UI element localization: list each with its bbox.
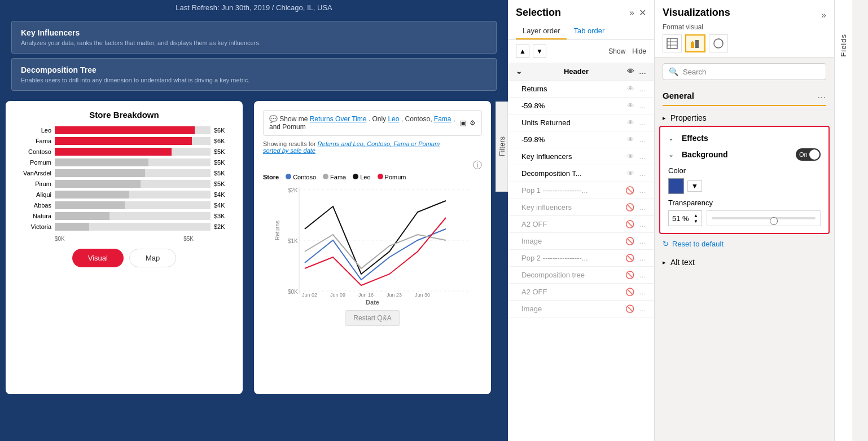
color-dropdown-button[interactable]: ▼ <box>687 180 702 192</box>
bar-fill <box>55 137 192 145</box>
stepper-down-icon[interactable]: ▼ <box>694 219 698 224</box>
bar-container <box>55 223 211 231</box>
stepper-up-icon[interactable]: ▲ <box>694 213 698 218</box>
visibility-hidden-icon[interactable]: 🚫 <box>625 237 634 245</box>
qa-link-leo[interactable]: Leo <box>388 115 399 123</box>
list-item-a2off-2[interactable]: A2 OFF 🚫 … <box>508 284 654 301</box>
svg-text:Returns: Returns <box>274 220 280 240</box>
qa-link-returns[interactable]: Returns Over Time <box>310 115 367 123</box>
item-icons: 🚫 … <box>625 237 646 245</box>
bar-label: VanArsdel <box>15 170 51 177</box>
search-input[interactable] <box>683 68 820 76</box>
list-item-decomposition-tree[interactable]: Decomposition tree 🚫 … <box>508 267 654 284</box>
hide-button[interactable]: Hide <box>632 47 646 55</box>
expand-icon[interactable]: » <box>629 8 634 18</box>
show-button[interactable]: Show <box>608 47 625 55</box>
bar-container <box>55 126 211 134</box>
list-item-59-1[interactable]: -59.8% 👁 … <box>508 98 654 114</box>
visual-tab[interactable]: Visual <box>72 249 124 267</box>
decomposition-tree-option[interactable]: Decomposition Tree Enables users to dril… <box>11 58 497 91</box>
settings-icon[interactable]: ⚙ <box>470 119 476 127</box>
qa-link-fama[interactable]: Fama <box>434 115 451 123</box>
close-icon[interactable]: ✕ <box>639 7 646 18</box>
list-item-key-influencers-2[interactable]: Key influencers 🚫 … <box>508 199 654 216</box>
move-up-button[interactable]: ▲ <box>516 45 529 58</box>
qa-icons: ▣ ⚙ <box>460 119 476 127</box>
fields-panel[interactable]: Fields <box>834 0 852 441</box>
alt-text-expand[interactable]: ▸ Alt text <box>655 254 834 270</box>
map-tab[interactable]: Map <box>129 249 176 267</box>
effects-header[interactable]: ⌄ Effects <box>665 131 824 145</box>
more-icon[interactable]: … <box>639 135 646 144</box>
tab-tab-order[interactable]: Tab order <box>567 23 611 39</box>
background-toggle[interactable]: On <box>796 148 821 161</box>
chevron-down-icon: ⌄ <box>668 134 674 142</box>
copy-icon[interactable]: ▣ <box>460 119 466 127</box>
color-swatch[interactable] <box>668 178 684 194</box>
general-more-icon[interactable]: … <box>817 90 826 100</box>
toggle-on-label: On <box>799 151 808 158</box>
properties-expand[interactable]: ▸ Properties <box>655 109 834 126</box>
more-icon[interactable]: … <box>639 169 646 178</box>
tab-layer-order[interactable]: Layer order <box>516 23 567 39</box>
more-icon[interactable]: … <box>639 288 646 296</box>
more-icon[interactable]: … <box>639 305 646 313</box>
reset-to-default-row[interactable]: ↻ Reset to default <box>655 234 834 254</box>
more-icon[interactable]: … <box>639 254 646 262</box>
move-down-button[interactable]: ▼ <box>533 45 546 58</box>
table-icon[interactable] <box>663 34 682 52</box>
transparency-input[interactable]: 51 % ▲ ▼ <box>668 210 702 226</box>
visibility-hidden-icon[interactable]: 🚫 <box>625 186 634 195</box>
list-item-image-2[interactable]: Image 🚫 … <box>508 301 654 317</box>
visibility-hidden-icon[interactable]: 🚫 <box>625 288 634 296</box>
list-item-units-returned[interactable]: Units Returned 👁 … <box>508 114 654 131</box>
visibility-icon[interactable]: 👁 <box>627 152 634 161</box>
bar-label: Leo <box>15 127 51 134</box>
more-icon[interactable]: … <box>639 271 646 279</box>
analytics-icon[interactable] <box>709 34 728 52</box>
more-icon[interactable]: … <box>639 152 646 161</box>
list-item-a2off-1[interactable]: A2 OFF 🚫 … <box>508 216 654 233</box>
visibility-icon[interactable]: 👁 <box>627 102 634 110</box>
more-icon[interactable]: … <box>639 118 646 127</box>
visibility-icon[interactable]: 👁 <box>627 135 634 144</box>
qa-input-text: 💬 Show me Returns Over Time . Only Leo ,… <box>269 115 460 131</box>
format-icon[interactable] <box>685 34 705 52</box>
visibility-hidden-icon[interactable]: 🚫 <box>625 305 634 313</box>
more-icon[interactable]: … <box>639 186 646 195</box>
sorted-link[interactable]: sorted by sale date <box>263 147 315 154</box>
visibility-icon[interactable]: 👁 <box>627 67 634 76</box>
transparency-slider[interactable] <box>707 210 821 226</box>
bar-container <box>55 158 211 166</box>
visibility-hidden-icon[interactable]: 🚫 <box>625 271 634 279</box>
key-influencers-option[interactable]: Key Influencers Analyzes your data, rank… <box>11 21 497 54</box>
bar-fill-gray <box>55 180 141 188</box>
visibility-hidden-icon[interactable]: 🚫 <box>625 254 634 262</box>
list-item-59-2[interactable]: -59.8% 👁 … <box>508 131 654 148</box>
list-item-pop2[interactable]: Pop 2 ----------------... 🚫 … <box>508 250 654 267</box>
viz-expand-icon[interactable]: » <box>821 10 826 20</box>
more-icon[interactable]: … <box>639 85 646 93</box>
more-icon[interactable]: … <box>639 220 646 228</box>
more-icon[interactable]: … <box>639 67 646 76</box>
more-icon[interactable]: … <box>639 237 646 245</box>
visibility-icon[interactable]: 👁 <box>627 118 634 127</box>
list-item-key-influencers[interactable]: Key Influencers 👁 … <box>508 148 654 165</box>
list-item-pop1[interactable]: Pop 1 ----------------... 🚫 … <box>508 182 654 199</box>
restart-qa-button[interactable]: Restart Q&A <box>345 310 400 326</box>
visibility-hidden-icon[interactable]: 🚫 <box>625 220 634 228</box>
item-label: Units Returned <box>521 118 571 127</box>
list-item-returns[interactable]: Returns 👁 … <box>508 81 654 98</box>
visibility-icon[interactable]: 👁 <box>627 169 634 178</box>
filters-side-tab[interactable]: Filters <box>496 102 508 192</box>
showing-link[interactable]: Returns and Leo, Contoso, Fama or Pomum <box>318 140 440 147</box>
list-item-decomposition-t[interactable]: Decomposition T... 👁 … <box>508 165 654 182</box>
more-icon[interactable]: … <box>639 102 646 110</box>
visibility-hidden-icon[interactable]: 🚫 <box>625 203 634 211</box>
more-icon[interactable]: … <box>639 203 646 211</box>
item-label: Pop 1 ----------------... <box>521 186 588 195</box>
visibility-icon[interactable]: 👁 <box>627 85 634 93</box>
qa-comma: , Contoso, <box>401 115 434 123</box>
list-item-image-1[interactable]: Image 🚫 … <box>508 233 654 250</box>
bar-container <box>55 201 211 209</box>
